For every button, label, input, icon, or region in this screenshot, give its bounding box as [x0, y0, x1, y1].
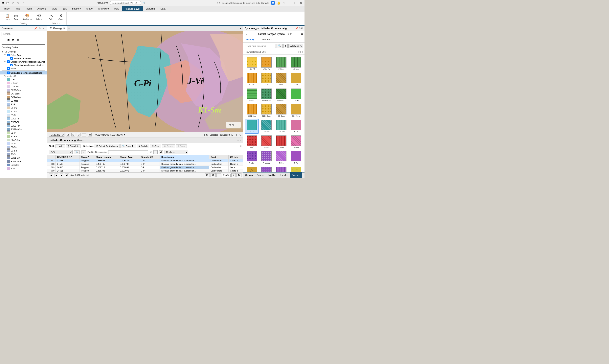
options-btn[interactable]: ⋯: [21, 38, 25, 42]
sym-e1-sc[interactable]: E1-Sc: [0, 110, 47, 113]
switch-btn[interactable]: ⇄ Switch: [137, 144, 149, 148]
zoom-out-btn[interactable]: −: [217, 173, 221, 177]
map-tool-5[interactable]: ⇲: [88, 133, 92, 136]
zoom-in-btn[interactable]: +: [231, 173, 236, 177]
tab-modify[interactable]: Modify...: [266, 172, 279, 178]
coord-dropdown[interactable]: ▾: [124, 133, 125, 136]
col-header-desc[interactable]: Descripción: [160, 155, 209, 159]
sym-e1e2-pi[interactable]: E1E2-Pi: [0, 120, 47, 124]
pin-btn[interactable]: 📌: [34, 26, 38, 30]
sym-item-c-pi[interactable]: C-Pi: [245, 119, 259, 134]
sym-item-pz-sm[interactable]: PZ-Sm: [274, 56, 288, 71]
sym-item-t-mmbg[interactable]: T-Mmbg: [259, 150, 273, 165]
table-options-btn[interactable]: ≡: [237, 139, 239, 142]
layer-nombre-falla[interactable]: Nombre de la falla: [0, 57, 47, 60]
ribbon-btn-layer[interactable]: 📋 Layer: [3, 13, 11, 21]
sym-e3-sc[interactable]: E3-Sc: [0, 145, 47, 149]
tab-project[interactable]: Project: [0, 6, 13, 11]
notification-btn[interactable]: 🔔: [277, 1, 281, 5]
sym-e3-pi[interactable]: E3-Pi: [0, 142, 47, 145]
layer-uc-anot[interactable]: ▼ Unidades Cronoestratigráficas Anot: [0, 60, 47, 63]
col-header-area[interactable]: Shape_Area: [118, 155, 139, 159]
tab-labeling[interactable]: Labeling: [143, 6, 158, 11]
sym-item-o-vf[interactable]: O-Vf: [274, 72, 288, 87]
add-field-btn[interactable]: + Add: [55, 144, 65, 148]
sym-dc-sctm[interactable]: DC-Sctm: [0, 92, 47, 95]
map-tool-4[interactable]: ↔: [82, 133, 86, 136]
map-tab-geology[interactable]: 🗺 Geology ✕: [47, 26, 68, 31]
layer-checkbox[interactable]: [7, 71, 10, 74]
qat-dropdown[interactable]: ▾: [21, 1, 25, 5]
table-minimize-btn[interactable]: ✕: [240, 139, 242, 142]
sym-pin-btn[interactable]: 📌: [295, 27, 298, 30]
help-btn[interactable]: ?: [282, 1, 286, 5]
selected-features-btn[interactable]: ⊟: [231, 133, 233, 136]
sym-item-t-pi[interactable]: T-Pi: [259, 166, 273, 172]
sym-item-eo-mbg[interactable]: εO-Mbg: [289, 56, 303, 71]
pause-btn[interactable]: ⏸: [235, 133, 238, 136]
sym-e3n1-sct[interactable]: E3N1-Sct: [0, 156, 47, 160]
sym-c-pi[interactable]: C-Pi: [0, 78, 47, 81]
tab-feature-layer[interactable]: Feature Layer: [122, 6, 143, 11]
next-page-btn[interactable]: ▶: [60, 173, 63, 177]
minimize-btn[interactable]: ─: [288, 1, 292, 5]
tab-view[interactable]: View: [49, 6, 60, 11]
sym-item-t-mbg[interactable]: T-Mbg: [245, 150, 259, 165]
sym-e3-sm[interactable]: E3-Sm: [0, 149, 47, 153]
sym-search-btn[interactable]: 🔍: [277, 44, 283, 48]
replace-arrow-1[interactable]: →: [153, 150, 158, 154]
tab-imagery[interactable]: Imagery: [69, 6, 83, 11]
first-page-btn[interactable]: |◀: [49, 173, 53, 177]
map-options-btn[interactable]: ▾: [240, 27, 242, 30]
contents-search-input[interactable]: [1, 32, 45, 36]
ribbon-btn-symbology[interactable]: 🎨 Symbology: [21, 13, 34, 21]
sym-menu-btn[interactable]: ≡: [301, 32, 303, 36]
col-header-ug[interactable]: UG inte: [228, 155, 243, 159]
sym-item-t-mm[interactable]: T-Mm: [274, 150, 288, 165]
tab-edit[interactable]: Edit: [60, 6, 69, 11]
tab-gallery[interactable]: Gallery: [243, 37, 258, 42]
sym-e2n2-sm[interactable]: E2n2-Sm: [0, 138, 47, 142]
filter-btn[interactable]: ⊟: [205, 173, 210, 177]
sym-e2-pm[interactable]: E2-Pm: [0, 135, 47, 138]
layer-checkbox[interactable]: [10, 57, 13, 60]
layer-simbolo-uc[interactable]: Símbolo unidad cronoestratigr...: [0, 63, 47, 67]
sym-sort-btn[interactable]: ↕: [301, 50, 303, 53]
map-tool-2[interactable]: ⊞: [71, 133, 75, 136]
col-header-symbol[interactable]: Símbolo UC: [139, 155, 160, 159]
layer-checkbox[interactable]: [7, 54, 10, 56]
sym-item-os1-mmg[interactable]: OS1-Mmg: [259, 88, 273, 102]
layer-geology[interactable]: ▼ 🗂 Geology: [0, 50, 47, 53]
field-search-btn[interactable]: 🔍: [74, 150, 80, 154]
add-tab-btn[interactable]: +: [68, 26, 70, 30]
ribbon-btn-labels[interactable]: 🏷 Labels: [35, 13, 43, 21]
ribbon-btn-table[interactable]: 🗃 Table: [12, 13, 20, 21]
tab-arc-hydro[interactable]: Arc Hydro: [95, 6, 111, 11]
table-container[interactable]: OBJECTID_1 * Shape * Shape_Length Shape_…: [47, 155, 243, 172]
sym-back-btn[interactable]: ←: [245, 32, 249, 36]
layer-checkbox[interactable]: [10, 64, 13, 66]
scale-selector[interactable]: 1:148,072: [49, 133, 64, 137]
layer-fallas[interactable]: Fallas: [0, 67, 47, 70]
sym-item-eo-sm[interactable]: εO-Sm: [245, 72, 259, 87]
last-page-btn[interactable]: ▶|: [65, 173, 69, 177]
sym-float-btn[interactable]: ⧉: [299, 27, 300, 30]
table-row[interactable]: 700 24511 Polygon 0.368302 0.003072 C-Pi…: [47, 169, 243, 172]
settings-btn[interactable]: ⚙: [211, 173, 216, 177]
table-row[interactable]: 697 13568 Polygon 0.365505 0.005471 C-Pi…: [47, 159, 243, 162]
cmd-search-input[interactable]: [110, 1, 141, 5]
sym-item-np3e-pm[interactable]: NP3ε-Pm: [259, 56, 273, 71]
sym-item-t-mmg[interactable]: T-Mmg: [289, 134, 303, 149]
table-row[interactable]: 698 24509 Polygon 0.403465 0.003782 C-Pi…: [47, 162, 243, 166]
clear-btn[interactable]: ✕ Clear: [150, 144, 161, 148]
icon-view-btn[interactable]: ⊞: [6, 38, 11, 42]
sym-item-t--sc[interactable]: T?-Sc: [289, 166, 303, 172]
calculate-btn[interactable]: ∑ Calculate: [66, 144, 81, 148]
sym-item-p-pi[interactable]: P-Pi: [289, 119, 303, 134]
sym-item-s4d1-mbg[interactable]: S4D1-Mbg: [245, 103, 259, 118]
sym-close-btn[interactable]: ✕: [301, 27, 303, 30]
visibility-btn[interactable]: 👁: [16, 38, 20, 42]
col-header-length[interactable]: Shape_Length: [94, 155, 118, 159]
sym-item-dc-sctm[interactable]: DC-Sctm: [274, 103, 288, 118]
sym-embalse[interactable]: Embalse: [0, 163, 47, 167]
